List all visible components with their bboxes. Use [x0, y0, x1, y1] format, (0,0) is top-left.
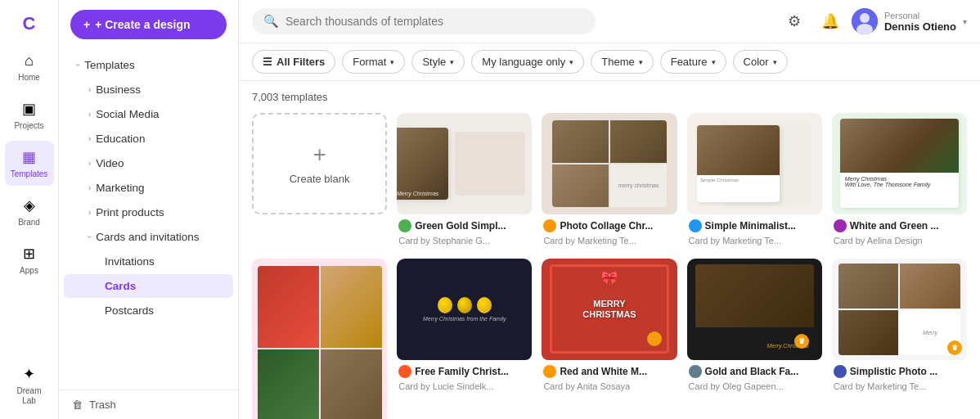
template-card-info: Simplistic Photo ... Card by Marketing T… [832, 360, 967, 394]
nav-item-print-products-label: Print products [96, 206, 164, 219]
style-filter-button[interactable]: Style ▾ [411, 50, 465, 74]
chevron-down-icon: ▾ [773, 58, 777, 66]
chevron-icon: › [88, 159, 91, 168]
home-icon: ⌂ [20, 51, 39, 70]
chevron-down-icon: ▾ [963, 17, 967, 26]
nav-item-social-media[interactable]: › Social Media [64, 102, 233, 126]
gear-icon: ⚙ [788, 12, 801, 30]
brand-icon: ◈ [20, 196, 39, 215]
sidebar-item-templates-label: Templates [11, 169, 48, 179]
nav-item-postcards-label: Postcards [105, 304, 154, 317]
nav-item-invitations[interactable]: Invitations [64, 250, 233, 273]
sidebar-item-home[interactable]: ⌂ Home [5, 44, 54, 89]
svg-point-1 [860, 13, 870, 23]
nav-item-business[interactable]: › Business [64, 78, 233, 101]
nav-item-templates[interactable]: › Templates [64, 53, 233, 77]
user-block[interactable]: Personal Dennis Otieno ▾ [852, 8, 967, 34]
all-filters-button[interactable]: ☰ All Filters [252, 50, 335, 74]
template-author: Card by Marketing Te... [543, 236, 636, 246]
sidebar-icon-bar: C ⌂ Home ▣ Projects ▦ Templates ◈ Brand … [0, 0, 59, 419]
nav-item-video[interactable]: › Video [64, 151, 233, 175]
nav-item-templates-label: Templates [84, 59, 135, 71]
sidebar-item-brand[interactable]: ◈ Brand [5, 189, 54, 234]
user-info: Personal Dennis Otieno [884, 11, 956, 33]
template-card[interactable]: Merry Christmas Green Gold Simpl... Card… [397, 113, 532, 249]
topbar: 🔍 ⚙ 🔔 Personal Dennis Otieno ▾ [239, 0, 980, 43]
sidebar-item-dreamlab[interactable]: ✦ Dream Lab [5, 358, 54, 412]
chevron-icon: › [88, 110, 91, 119]
theme-filter-button[interactable]: Theme ▾ [591, 50, 653, 74]
template-card[interactable]: Merry Christmas from the Family Free Fam… [397, 259, 532, 394]
template-card-info: White and Green ... Card by Aelina Desig… [832, 214, 967, 249]
search-input[interactable] [285, 15, 584, 28]
template-author: Card by Anita Sosaya [543, 381, 630, 391]
create-design-button[interactable]: + + Create a design [70, 10, 227, 39]
format-filter-button[interactable]: Format ▾ [342, 50, 405, 74]
plus-icon: + [312, 142, 326, 168]
style-label: Style [422, 56, 446, 68]
notifications-button[interactable]: 🔔 [816, 7, 845, 36]
nav-item-cards-label: Cards [105, 280, 136, 292]
author-avatar [689, 365, 702, 378]
projects-icon: ▣ [20, 99, 39, 119]
chevron-icon: › [88, 208, 91, 217]
settings-button[interactable]: ⚙ [780, 7, 809, 36]
trash-item[interactable]: 🗑 Trash [59, 390, 238, 419]
template-author: Card by Lucie Sindelk... [398, 381, 493, 391]
theme-label: Theme [601, 56, 634, 68]
nav-item-social-media-label: Social Media [96, 108, 159, 120]
sidebar-item-projects[interactable]: ▣ Projects [5, 92, 54, 137]
template-card-info: Photo Collage Chr... Card by Marketing T… [542, 214, 677, 249]
template-card[interactable]: Merry ♛ Simplistic Photo ... Card by Mar… [832, 259, 967, 394]
nav-item-invitations-label: Invitations [105, 255, 155, 268]
create-blank-label: Create blank [290, 173, 350, 185]
language-filter-button[interactable]: My language only ▾ [471, 50, 584, 74]
template-card[interactable]: Pastel Aesthetic ... Card by Virina Desi… [252, 259, 387, 419]
nav-item-print-products[interactable]: › Print products [64, 200, 233, 224]
feature-filter-button[interactable]: Feature ▾ [660, 50, 726, 74]
sidebar-item-home-label: Home [18, 73, 40, 83]
template-card[interactable]: Simple Christmas Simple Minimalist... Ca… [687, 113, 822, 249]
templates-icon: ▦ [20, 147, 39, 167]
main-content: 🔍 ⚙ 🔔 Personal Dennis Otieno ▾ [239, 0, 980, 419]
nav-item-video-label: Video [96, 157, 124, 169]
sidebar-item-apps[interactable]: ⊞ Apps [5, 237, 54, 282]
template-title: Green Gold Simpl... [415, 220, 506, 232]
template-card-info: Free Family Christ... Card by Lucie Sind… [397, 360, 532, 394]
nav-item-cards-invitations-label: Cards and invitations [96, 231, 199, 243]
template-card[interactable]: 🎀 MERRYCHRISTMAS Red and White M... Card… [542, 259, 677, 394]
chevron-icon: › [74, 64, 83, 66]
topbar-icons: ⚙ 🔔 Personal Dennis Otieno ▾ [780, 7, 967, 36]
nav-panel: + + Create a design › Templates › Busine… [59, 0, 239, 419]
template-card[interactable]: Merry Christmas ♛ Gold and Black Fa... C… [687, 259, 822, 394]
chevron-down-icon: ▾ [569, 58, 573, 66]
search-icon: 🔍 [263, 14, 279, 29]
nav-item-education[interactable]: › Education [64, 127, 233, 151]
sidebar-item-templates[interactable]: ▦ Templates [5, 141, 54, 186]
nav-item-postcards[interactable]: Postcards [64, 299, 233, 322]
author-avatar [398, 219, 411, 232]
canva-logo-text: C [23, 13, 36, 34]
search-box[interactable]: 🔍 [252, 8, 596, 34]
template-title: Free Family Christ... [415, 366, 509, 377]
nav-item-cards-invitations[interactable]: › Cards and invitations [64, 225, 233, 249]
language-label: My language only [482, 56, 565, 68]
chevron-down-icon: ▾ [450, 58, 454, 66]
nav-item-cards[interactable]: Cards [64, 274, 233, 298]
template-author: Card by Oleg Gapeen... [689, 381, 784, 391]
template-card[interactable]: merry christmas Photo Collage Chr... Car… [542, 113, 677, 249]
pro-badge: ♛ [947, 340, 962, 355]
user-name: Dennis Otieno [884, 20, 956, 33]
apps-icon: ⊞ [20, 244, 39, 264]
color-filter-button[interactable]: Color ▾ [733, 50, 788, 74]
chevron-down-icon: ▾ [639, 58, 643, 66]
template-card-info: Simple Minimalist... Card by Marketing T… [687, 214, 822, 249]
author-avatar [689, 219, 702, 232]
create-blank-card[interactable]: + Create blank [252, 113, 387, 249]
template-author: Card by Stephanie G... [398, 236, 490, 246]
nav-tree: › Templates › Business › Social Media › … [59, 49, 238, 390]
format-label: Format [353, 56, 386, 68]
template-card[interactable]: Merry ChristmasWith Love, The Thomsone F… [832, 113, 967, 249]
template-title: Simple Minimalist... [705, 220, 796, 232]
nav-item-marketing[interactable]: › Marketing [64, 176, 233, 200]
